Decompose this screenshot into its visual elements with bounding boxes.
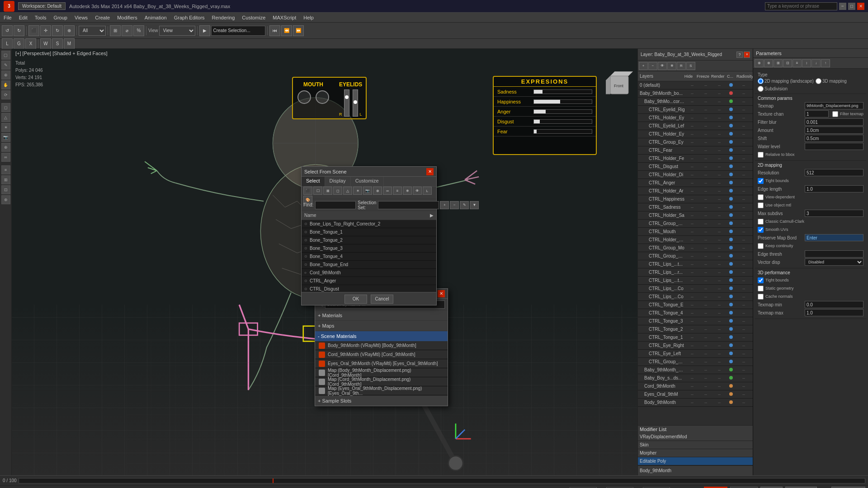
maps-header[interactable]: + Maps — [315, 321, 448, 331]
layer-row-38[interactable]: Eyes_Oral_9thM ─ ─ ─ ─ — [638, 390, 753, 399]
mat-dialog-close-button[interactable]: ✕ — [438, 290, 445, 297]
toolbar-scale[interactable]: ⊕ — [64, 25, 75, 36]
layer-color-dot-12[interactable] — [726, 180, 736, 185]
layer-render-30[interactable]: ─ — [713, 327, 726, 332]
layer-hide-18[interactable]: ─ — [686, 229, 698, 234]
layer-hide-7[interactable]: ─ — [686, 140, 698, 145]
layer-color-dot-19[interactable] — [726, 237, 736, 242]
layer-color-dot-8[interactable] — [726, 148, 736, 153]
lt-zoom[interactable]: ⊕ — [1, 70, 10, 80]
dtb-all[interactable]: ⬛ — [303, 187, 312, 195]
layer-hide-11[interactable]: ─ — [686, 172, 698, 177]
layer-render-32[interactable]: ─ — [713, 343, 726, 348]
layer-radiosity-11[interactable]: ─ — [736, 172, 751, 177]
layer-freeze-27[interactable]: ─ — [699, 302, 712, 307]
layer-render-0[interactable]: ─ — [713, 83, 726, 88]
layer-render-31[interactable]: ─ — [713, 335, 726, 340]
param-icon-6[interactable]: ↕ — [802, 59, 811, 67]
layer-tb-hide[interactable]: 👁 — [658, 62, 667, 70]
layer-hide-28[interactable]: ─ — [686, 310, 698, 315]
dtb-bone[interactable]: ≡ — [393, 187, 402, 195]
layer-color-dot-22[interactable] — [726, 262, 736, 267]
layer-hide-16[interactable]: ─ — [686, 213, 698, 218]
layer-freeze-19[interactable]: ─ — [699, 237, 712, 242]
layer-color-dot-38[interactable] — [726, 392, 736, 397]
layer-row-6[interactable]: CTRL_Holder_Ey ─ ─ ─ ─ — [638, 130, 753, 138]
view-dep-check[interactable] — [758, 194, 764, 200]
lt-paint[interactable]: ✎ — [1, 61, 10, 70]
layer-render-19[interactable]: ─ — [713, 237, 726, 242]
layer-color-dot-34[interactable] — [726, 359, 736, 364]
layer-row-22[interactable]: CTRL_Lips_...t... ─ ─ ─ ─ — [638, 260, 753, 268]
dtb-space[interactable]: ∞ — [383, 187, 392, 195]
layer-radiosity-29[interactable]: ─ — [736, 319, 751, 324]
layer-radiosity-18[interactable]: ─ — [736, 229, 751, 234]
layer-freeze-6[interactable]: ─ — [699, 131, 712, 136]
layer-render-20[interactable]: ─ — [713, 245, 726, 250]
layer-radiosity-31[interactable]: ─ — [736, 335, 751, 340]
main-viewport[interactable]: [+] [Perspective] [Shaded + Edged Faces]… — [12, 49, 637, 475]
layer-hide-9[interactable]: ─ — [686, 156, 698, 161]
layer-freeze-13[interactable]: ─ — [699, 188, 712, 193]
layer-hide-24[interactable]: ─ — [686, 278, 698, 283]
layer-render-25[interactable]: ─ — [713, 286, 726, 291]
layer-color-dot-2[interactable] — [726, 99, 736, 104]
scene-materials-header[interactable]: - Scene Materials — [315, 331, 448, 341]
dtb-cam[interactable]: 📷 — [363, 187, 372, 195]
layer-row-7[interactable]: CTRL_Group_Ey ─ ─ ─ ─ — [638, 138, 753, 146]
menu-item-file[interactable]: File — [0, 14, 15, 21]
menu-item-animation[interactable]: Animation — [141, 14, 170, 21]
layer-render-26[interactable]: ─ — [713, 294, 726, 299]
auto-key-button[interactable]: Auto Key — [704, 487, 728, 488]
toolbar-percent-snap[interactable]: % — [133, 25, 144, 36]
texmap-max-input[interactable] — [805, 309, 863, 316]
layer-freeze-11[interactable]: ─ — [699, 172, 712, 177]
sel-set-btn3[interactable]: ✎ — [460, 201, 469, 209]
layer-color-dot-21[interactable] — [726, 253, 736, 258]
param-icon-2[interactable]: ⊗ — [764, 59, 773, 67]
layer-row-39[interactable]: Body_9thMonth ─ ─ ─ ─ — [638, 399, 753, 407]
dialog-list[interactable]: ⊙ Bone_Lips_Top_Right_Corrector_2 ⊙ Bone… — [302, 220, 436, 292]
lt-biped[interactable]: ⊞ — [1, 175, 10, 184]
layer-hide-10[interactable]: ─ — [686, 164, 698, 169]
layer-color-dot-1[interactable] — [726, 91, 736, 96]
resolution-input[interactable] — [805, 169, 863, 176]
layer-row-18[interactable]: CTRL_Mouth ─ ─ ─ ─ — [638, 228, 753, 236]
toolbar-undo[interactable]: ↺ — [2, 25, 13, 36]
dtb-helper[interactable]: ⊕ — [373, 187, 382, 195]
layer-row-2[interactable]: Baby_9thMo...cord... ─ ─ ─ ─ — [638, 98, 753, 106]
layer-hide-4[interactable]: ─ — [686, 115, 698, 120]
cancel-button[interactable]: Cancel — [371, 295, 393, 304]
layer-color-dot-36[interactable] — [726, 375, 736, 380]
keep-cont-check[interactable] — [758, 243, 764, 249]
lt-space[interactable]: ∞ — [1, 153, 10, 162]
layer-freeze-5[interactable]: ─ — [699, 123, 712, 128]
layer-row-30[interactable]: CTRL_Tongue_2 ─ ─ ─ ─ — [638, 325, 753, 333]
sel-set-btn1[interactable]: + — [440, 201, 449, 209]
layer-color-dot-32[interactable] — [726, 343, 736, 348]
dtb-hidden[interactable]: 👁 — [413, 187, 422, 195]
layer-row-0[interactable]: 0 (default) ─ ─ ─ ─ — [638, 81, 753, 89]
layer-row-37[interactable]: Cord_9thMonth ─ ─ ─ ─ — [638, 382, 753, 390]
menu-item-modifiers[interactable]: Modifiers — [113, 14, 141, 21]
modifier-vraydisplacement[interactable]: VRayDisplacementMod — [638, 433, 753, 441]
shift-input[interactable] — [805, 135, 863, 142]
param-icon-8[interactable]: ↑ — [821, 59, 830, 67]
layer-render-9[interactable]: ─ — [713, 156, 726, 161]
cache-normals-check[interactable] — [758, 294, 764, 300]
tb2-xref[interactable]: X — [25, 38, 36, 49]
tb2-wire[interactable]: W — [40, 38, 51, 49]
layer-freeze-32[interactable]: ─ — [699, 343, 712, 348]
layer-color-dot-28[interactable] — [726, 310, 736, 315]
layer-freeze-14[interactable]: ─ — [699, 197, 712, 202]
layer-render-27[interactable]: ─ — [713, 302, 726, 307]
layer-row-34[interactable]: CTRL_Group_GU ─ ─ ─ ─ — [638, 358, 753, 366]
lt-camera[interactable]: 📷 — [1, 133, 10, 142]
tb2-material[interactable]: M — [64, 38, 75, 49]
classic-cc-check[interactable] — [758, 219, 764, 225]
layer-row-9[interactable]: CTRL_Holder_Fe ─ ─ ─ ─ — [638, 155, 753, 163]
layer-hide-22[interactable]: ─ — [686, 262, 698, 267]
layer-render-6[interactable]: ─ — [713, 131, 726, 136]
layer-render-1[interactable]: ─ — [713, 91, 726, 96]
layer-radiosity-21[interactable]: ─ — [736, 253, 751, 258]
